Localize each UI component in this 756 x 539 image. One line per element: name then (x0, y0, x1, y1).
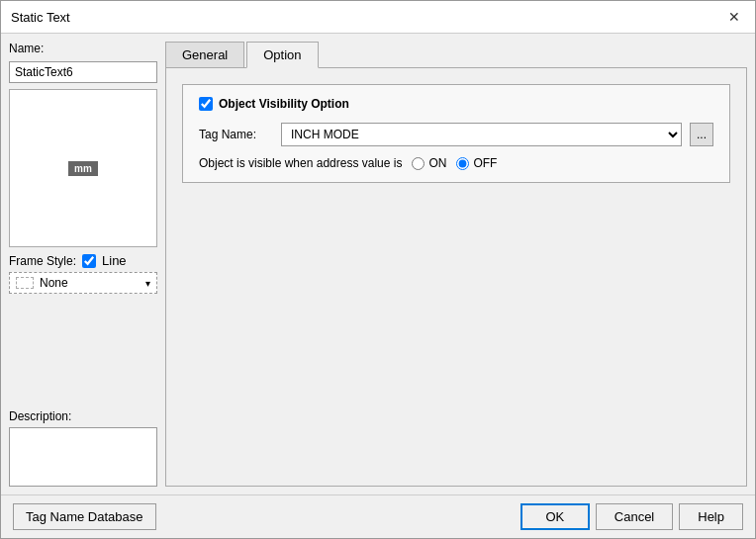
static-text-dialog: Static Text ✕ Name: mm Frame Style: Line… (0, 0, 756, 539)
tag-name-row: Tag Name: INCH MODE ... (199, 123, 713, 146)
close-button[interactable]: ✕ (723, 7, 745, 27)
object-visibility-checkbox[interactable] (199, 97, 213, 111)
frame-style-label-row: Frame Style: Line (9, 253, 157, 268)
description-textarea[interactable] (9, 427, 157, 487)
off-radio-label[interactable]: OFF (456, 156, 497, 170)
dropdown-arrow-icon: ▾ (145, 278, 150, 289)
tag-name-label: Tag Name: (199, 128, 273, 141)
frame-style-none-label: None (40, 276, 68, 290)
name-label: Name: (9, 42, 157, 55)
title-bar: Static Text ✕ (1, 1, 755, 34)
tag-name-dropdown[interactable]: INCH MODE (281, 123, 682, 146)
description-label: Description: (9, 409, 157, 423)
help-button[interactable]: Help (679, 503, 743, 530)
tab-general[interactable]: General (165, 42, 244, 67)
frame-style-section: Frame Style: Line None ▾ (9, 253, 157, 294)
description-section: Description: (9, 409, 157, 487)
object-visibility-label: Object Visibility Option (219, 97, 349, 111)
frame-style-label: Frame Style: (9, 254, 76, 268)
dialog-title: Static Text (11, 10, 70, 25)
frame-style-line-label: Line (102, 253, 127, 268)
left-panel: Name: mm Frame Style: Line None ▾ (9, 42, 157, 487)
visibility-row: Object is visible when address value is … (199, 156, 713, 170)
dialog-body: Name: mm Frame Style: Line None ▾ (1, 34, 755, 494)
ok-button[interactable]: OK (520, 503, 590, 530)
tab-content-option: Object Visibility Option Tag Name: INCH … (165, 68, 747, 487)
tag-name-database-button[interactable]: Tag Name Database (13, 503, 156, 530)
on-label: ON (428, 156, 446, 170)
name-input[interactable] (9, 61, 157, 83)
option-group-header: Object Visibility Option (199, 97, 713, 111)
visibility-on-radio[interactable] (412, 157, 425, 170)
right-panel: General Option Object Visibility Option (165, 42, 747, 487)
preview-box: mm (9, 89, 157, 247)
tab-option[interactable]: Option (246, 42, 318, 68)
frame-style-line-checkbox[interactable] (82, 254, 96, 268)
off-label: OFF (473, 156, 497, 170)
preview-text: mm (68, 161, 98, 176)
option-group: Object Visibility Option Tag Name: INCH … (182, 84, 730, 183)
visibility-description: Object is visible when address value is (199, 156, 402, 170)
visibility-off-radio[interactable] (456, 157, 469, 170)
frame-style-dropdown[interactable]: None ▾ (9, 272, 157, 294)
visibility-radio-group: ON OFF (412, 156, 497, 170)
footer-left: Tag Name Database (13, 503, 156, 530)
dialog-footer: Tag Name Database OK Cancel Help (1, 494, 755, 538)
browse-button[interactable]: ... (690, 123, 713, 146)
cancel-button[interactable]: Cancel (596, 503, 673, 530)
on-radio-label[interactable]: ON (412, 156, 446, 170)
tab-bar: General Option (165, 42, 747, 68)
